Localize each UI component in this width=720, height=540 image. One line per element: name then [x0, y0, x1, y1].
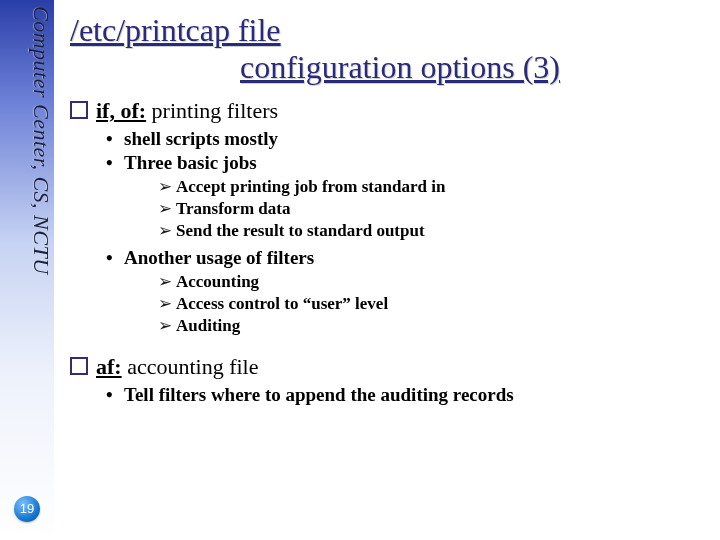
list-item: Three basic jobs [108, 152, 710, 174]
list-item: Access control to “user” level [162, 293, 710, 314]
arrow-list-2: Accounting Access control to “user” leve… [162, 271, 710, 336]
content-area: /etc/printcap file configuration options… [70, 0, 710, 540]
slide-root: Computer Center, CS, NCTU 19 /etc/printc… [0, 0, 720, 540]
title-line-1: /etc/printcap file [70, 12, 281, 48]
list-item: Tell filters where to append the auditin… [108, 384, 710, 406]
list-item: Auditing [162, 315, 710, 336]
square-bullet-icon [70, 357, 88, 375]
bullet-key: if, of: [96, 98, 146, 123]
bullet-if-of: if, of: printing filters [70, 98, 710, 124]
list-item: Transform data [162, 198, 710, 219]
list-item: Send the result to standard output [162, 220, 710, 241]
bullet-rest: printing filters [146, 98, 278, 123]
dot-list-1: shell scripts mostly Three basic jobs [108, 128, 710, 174]
bullet-key: af: [96, 354, 122, 379]
list-item: shell scripts mostly [108, 128, 710, 150]
slide-title: /etc/printcap file configuration options… [70, 12, 710, 86]
title-line-2: configuration options (3) [240, 49, 710, 86]
list-item: Accounting [162, 271, 710, 292]
square-bullet-icon [70, 101, 88, 119]
bullet-af: af: accounting file [70, 354, 710, 380]
dot-list-2: Another usage of filters [108, 247, 710, 269]
slide-body: if, of: printing filters shell scripts m… [70, 98, 710, 406]
bullet-rest: accounting file [122, 354, 259, 379]
dot-list-3: Tell filters where to append the auditin… [108, 384, 710, 406]
arrow-list-1: Accept printing job from standard in Tra… [162, 176, 710, 241]
list-item: Another usage of filters [108, 247, 710, 269]
page-number-badge: 19 [14, 496, 40, 522]
list-item: Accept printing job from standard in [162, 176, 710, 197]
vertical-org-label: Computer Center, CS, NCTU [28, 6, 54, 326]
